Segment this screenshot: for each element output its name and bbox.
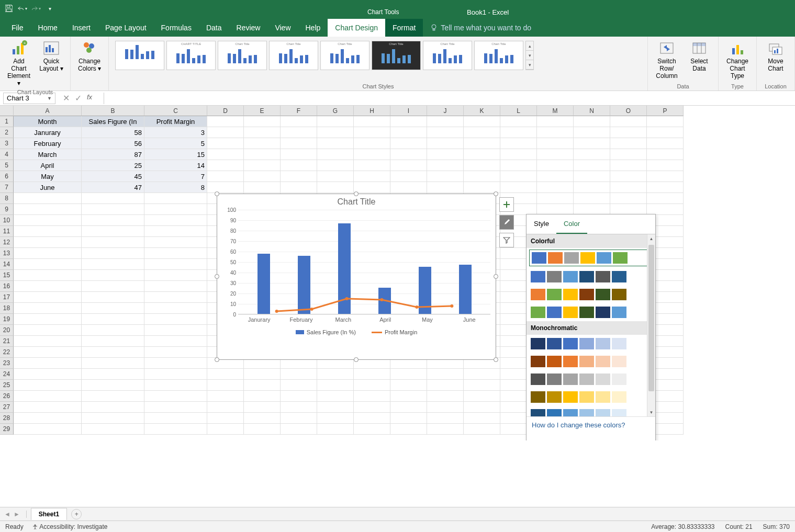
chart-elements-button[interactable] xyxy=(499,197,514,212)
cell[interactable] xyxy=(500,127,537,138)
row-header[interactable]: 4 xyxy=(0,149,14,160)
cell[interactable]: April xyxy=(14,160,82,171)
row-header[interactable]: 8 xyxy=(0,193,14,204)
cell[interactable] xyxy=(82,391,144,402)
cell[interactable] xyxy=(464,402,500,413)
cell[interactable] xyxy=(82,402,144,413)
cell[interactable] xyxy=(281,116,317,127)
cell[interactable] xyxy=(610,171,647,182)
col-header[interactable]: L xyxy=(500,106,537,116)
cell[interactable] xyxy=(427,182,464,193)
tab-chart-design[interactable]: Chart Design xyxy=(328,19,385,37)
chart-filters-button[interactable] xyxy=(499,233,514,247)
cell[interactable] xyxy=(500,182,537,193)
cell[interactable] xyxy=(82,413,144,424)
cell[interactable] xyxy=(144,248,207,259)
cell[interactable] xyxy=(390,369,427,380)
cell[interactable] xyxy=(317,127,354,138)
row-header[interactable]: 12 xyxy=(0,237,14,248)
cell[interactable] xyxy=(317,138,354,149)
resize-handle[interactable] xyxy=(215,357,219,362)
cell[interactable] xyxy=(354,160,390,171)
cell[interactable] xyxy=(14,193,82,204)
col-header[interactable]: G xyxy=(317,106,354,116)
cell[interactable] xyxy=(390,160,427,171)
row-header[interactable]: 27 xyxy=(0,402,14,413)
cell[interactable] xyxy=(144,259,207,270)
cell[interactable] xyxy=(144,391,207,402)
cell[interactable] xyxy=(82,248,144,259)
cell[interactable] xyxy=(647,127,684,138)
chart-style-4[interactable]: Chart Title xyxy=(269,41,318,70)
col-header[interactable]: F xyxy=(281,106,317,116)
cell[interactable] xyxy=(354,369,390,380)
cell[interactable] xyxy=(317,391,354,402)
cell[interactable] xyxy=(207,171,244,182)
accessibility-status[interactable]: Accessibility: Investigate xyxy=(32,523,108,530)
namebox-dropdown-icon[interactable]: ▼ xyxy=(47,96,52,101)
cell[interactable] xyxy=(144,413,207,424)
cell[interactable] xyxy=(537,204,574,215)
add-chart-element-button[interactable]: + Add Chart Element ▾ xyxy=(4,39,33,88)
cell[interactable] xyxy=(354,413,390,424)
cell[interactable] xyxy=(610,182,647,193)
cell[interactable]: 7 xyxy=(144,171,207,182)
cell[interactable]: 14 xyxy=(144,160,207,171)
col-header[interactable]: B xyxy=(82,106,144,116)
cell[interactable] xyxy=(317,182,354,193)
chart-style-5[interactable]: Chart Title xyxy=(320,41,369,70)
style-scroll-up[interactable]: ▴ xyxy=(526,41,533,51)
cell[interactable] xyxy=(144,369,207,380)
chart-style-8[interactable]: Chart Title xyxy=(474,41,523,70)
cell[interactable] xyxy=(281,402,317,413)
cell[interactable] xyxy=(500,160,537,171)
cell[interactable]: 56 xyxy=(82,138,144,149)
cell[interactable] xyxy=(144,193,207,204)
cell[interactable] xyxy=(281,127,317,138)
cell[interactable] xyxy=(390,391,427,402)
row-header[interactable]: 17 xyxy=(0,292,14,303)
cell[interactable] xyxy=(281,182,317,193)
cell[interactable]: 47 xyxy=(82,182,144,193)
save-icon[interactable] xyxy=(4,4,14,13)
cell[interactable] xyxy=(647,116,684,127)
cell[interactable] xyxy=(354,424,390,435)
cell[interactable] xyxy=(207,413,244,424)
cell[interactable] xyxy=(317,413,354,424)
cell[interactable] xyxy=(464,369,500,380)
row-header[interactable]: 20 xyxy=(0,325,14,336)
cell[interactable] xyxy=(281,138,317,149)
chart-bar[interactable] xyxy=(459,265,472,314)
row-header[interactable]: 15 xyxy=(0,270,14,281)
color-option[interactable] xyxy=(527,268,655,286)
cell[interactable] xyxy=(207,138,244,149)
cell[interactable] xyxy=(354,116,390,127)
cell[interactable] xyxy=(464,138,500,149)
panel-scrollbar[interactable]: ▲ ▼ xyxy=(647,234,655,416)
cell[interactable] xyxy=(244,369,281,380)
cell[interactable] xyxy=(427,149,464,160)
cell[interactable] xyxy=(207,182,244,193)
cell[interactable] xyxy=(14,204,82,215)
cell[interactable] xyxy=(82,215,144,226)
tab-home[interactable]: Home xyxy=(31,19,65,37)
cell[interactable] xyxy=(574,160,610,171)
cell[interactable] xyxy=(500,171,537,182)
cell[interactable] xyxy=(281,149,317,160)
cell[interactable] xyxy=(144,314,207,325)
row-header[interactable]: 19 xyxy=(0,314,14,325)
cell[interactable] xyxy=(244,380,281,391)
cancel-icon[interactable]: ✕ xyxy=(63,93,70,103)
cell[interactable] xyxy=(317,369,354,380)
cell[interactable] xyxy=(82,292,144,303)
cell[interactable]: 58 xyxy=(82,127,144,138)
cell[interactable] xyxy=(82,325,144,336)
cell[interactable] xyxy=(354,171,390,182)
cell[interactable] xyxy=(207,391,244,402)
cell[interactable] xyxy=(317,380,354,391)
cell[interactable] xyxy=(574,127,610,138)
row-header[interactable]: 2 xyxy=(0,127,14,138)
cell[interactable] xyxy=(427,424,464,435)
row-header[interactable]: 6 xyxy=(0,171,14,182)
cell[interactable] xyxy=(427,116,464,127)
